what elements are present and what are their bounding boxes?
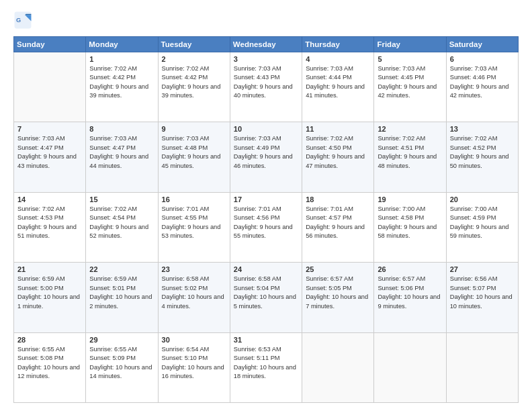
day-info: Sunrise: 6:57 AM Sunset: 5:06 PM Dayligh… [378, 275, 442, 311]
calendar-cell: 3Sunrise: 7:03 AM Sunset: 4:43 PM Daylig… [230, 52, 302, 122]
day-info: Sunrise: 7:02 AM Sunset: 4:42 PM Dayligh… [162, 64, 226, 101]
weekday-monday: Monday [86, 37, 158, 52]
weekday-saturday: Saturday [446, 37, 518, 52]
day-info: Sunrise: 7:03 AM Sunset: 4:47 PM Dayligh… [89, 134, 154, 171]
day-info: Sunrise: 7:03 AM Sunset: 4:44 PM Dayligh… [306, 64, 370, 101]
day-number: 31 [234, 336, 298, 344]
day-number: 3 [234, 55, 298, 63]
day-info: Sunrise: 7:02 AM Sunset: 4:53 PM Dayligh… [17, 205, 82, 241]
day-info: Sunrise: 6:59 AM Sunset: 5:00 PM Dayligh… [17, 275, 82, 311]
day-number: 25 [306, 265, 370, 273]
day-number: 27 [450, 265, 515, 273]
calendar-cell [446, 332, 518, 402]
week-row-2: 14Sunrise: 7:02 AM Sunset: 4:53 PM Dayli… [14, 192, 519, 262]
week-row-3: 21Sunrise: 6:59 AM Sunset: 5:00 PM Dayli… [14, 263, 519, 332]
day-info: Sunrise: 7:02 AM Sunset: 4:50 PM Dayligh… [306, 134, 370, 171]
day-number: 11 [306, 125, 370, 133]
day-number: 6 [450, 55, 515, 63]
day-info: Sunrise: 6:59 AM Sunset: 5:01 PM Dayligh… [89, 275, 154, 311]
calendar-cell [14, 52, 86, 122]
calendar-cell [374, 332, 446, 402]
calendar-cell: 7Sunrise: 7:03 AM Sunset: 4:47 PM Daylig… [14, 122, 86, 192]
day-number: 21 [17, 265, 82, 273]
day-info: Sunrise: 7:02 AM Sunset: 4:42 PM Dayligh… [89, 64, 154, 101]
day-info: Sunrise: 6:57 AM Sunset: 5:05 PM Dayligh… [306, 275, 370, 311]
weekday-header-row: SundayMondayTuesdayWednesdayThursdayFrid… [14, 37, 519, 52]
calendar-cell: 26Sunrise: 6:57 AM Sunset: 5:06 PM Dayli… [374, 263, 446, 332]
calendar-cell: 12Sunrise: 7:02 AM Sunset: 4:51 PM Dayli… [374, 122, 446, 192]
calendar-cell: 2Sunrise: 7:02 AM Sunset: 4:42 PM Daylig… [158, 52, 230, 122]
day-info: Sunrise: 7:03 AM Sunset: 4:47 PM Dayligh… [17, 134, 82, 171]
week-row-0: 1Sunrise: 7:02 AM Sunset: 4:42 PM Daylig… [14, 52, 519, 122]
weekday-tuesday: Tuesday [158, 37, 230, 52]
day-number: 22 [89, 265, 154, 273]
day-info: Sunrise: 7:02 AM Sunset: 4:51 PM Dayligh… [378, 134, 442, 171]
calendar-cell: 14Sunrise: 7:02 AM Sunset: 4:53 PM Dayli… [14, 192, 86, 262]
weekday-thursday: Thursday [302, 37, 374, 52]
calendar-cell: 16Sunrise: 7:01 AM Sunset: 4:55 PM Dayli… [158, 192, 230, 262]
calendar-cell: 22Sunrise: 6:59 AM Sunset: 5:01 PM Dayli… [86, 263, 158, 332]
weekday-sunday: Sunday [14, 37, 86, 52]
day-info: Sunrise: 7:03 AM Sunset: 4:46 PM Dayligh… [450, 64, 515, 101]
calendar-cell: 21Sunrise: 6:59 AM Sunset: 5:00 PM Dayli… [14, 263, 86, 332]
calendar-cell: 18Sunrise: 7:01 AM Sunset: 4:57 PM Dayli… [302, 192, 374, 262]
day-info: Sunrise: 7:03 AM Sunset: 4:43 PM Dayligh… [234, 64, 298, 101]
day-info: Sunrise: 7:00 AM Sunset: 4:59 PM Dayligh… [450, 205, 515, 241]
day-info: Sunrise: 7:03 AM Sunset: 4:49 PM Dayligh… [234, 134, 298, 171]
logo: G [13, 11, 35, 30]
day-info: Sunrise: 7:01 AM Sunset: 4:55 PM Dayligh… [162, 205, 226, 241]
day-number: 5 [378, 55, 442, 63]
day-info: Sunrise: 6:58 AM Sunset: 5:04 PM Dayligh… [234, 275, 298, 311]
calendar-cell: 15Sunrise: 7:02 AM Sunset: 4:54 PM Dayli… [86, 192, 158, 262]
day-info: Sunrise: 6:55 AM Sunset: 5:09 PM Dayligh… [89, 345, 154, 381]
calendar-cell: 20Sunrise: 7:00 AM Sunset: 4:59 PM Dayli… [446, 192, 518, 262]
calendar-cell: 11Sunrise: 7:02 AM Sunset: 4:50 PM Dayli… [302, 122, 374, 192]
day-number: 14 [17, 195, 82, 203]
calendar-cell: 29Sunrise: 6:55 AM Sunset: 5:09 PM Dayli… [86, 332, 158, 402]
calendar-cell: 5Sunrise: 7:03 AM Sunset: 4:45 PM Daylig… [374, 52, 446, 122]
day-number: 24 [234, 265, 298, 273]
week-row-1: 7Sunrise: 7:03 AM Sunset: 4:47 PM Daylig… [14, 122, 519, 192]
day-number: 4 [306, 55, 370, 63]
day-info: Sunrise: 7:01 AM Sunset: 4:56 PM Dayligh… [234, 205, 298, 241]
day-number: 12 [378, 125, 442, 133]
day-info: Sunrise: 7:01 AM Sunset: 4:57 PM Dayligh… [306, 205, 370, 241]
calendar-cell: 31Sunrise: 6:53 AM Sunset: 5:11 PM Dayli… [230, 332, 302, 402]
day-number: 16 [162, 195, 226, 203]
calendar-cell [302, 332, 374, 402]
calendar-cell: 1Sunrise: 7:02 AM Sunset: 4:42 PM Daylig… [86, 52, 158, 122]
day-number: 7 [17, 125, 82, 133]
day-number: 29 [89, 336, 154, 344]
day-info: Sunrise: 7:03 AM Sunset: 4:45 PM Dayligh… [378, 64, 442, 101]
day-number: 30 [162, 336, 226, 344]
calendar-cell: 9Sunrise: 7:03 AM Sunset: 4:48 PM Daylig… [158, 122, 230, 192]
week-row-4: 28Sunrise: 6:55 AM Sunset: 5:08 PM Dayli… [14, 332, 519, 402]
day-number: 19 [378, 195, 442, 203]
day-number: 2 [162, 55, 226, 63]
day-number: 1 [89, 55, 154, 63]
calendar-cell: 6Sunrise: 7:03 AM Sunset: 4:46 PM Daylig… [446, 52, 518, 122]
calendar-cell: 8Sunrise: 7:03 AM Sunset: 4:47 PM Daylig… [86, 122, 158, 192]
day-info: Sunrise: 7:00 AM Sunset: 4:58 PM Dayligh… [378, 205, 442, 241]
calendar-cell: 4Sunrise: 7:03 AM Sunset: 4:44 PM Daylig… [302, 52, 374, 122]
calendar-cell: 27Sunrise: 6:56 AM Sunset: 5:07 PM Dayli… [446, 263, 518, 332]
page: G SundayMondayTuesdayWednesdayThursdayFr… [0, 0, 532, 411]
calendar-cell: 30Sunrise: 6:54 AM Sunset: 5:10 PM Dayli… [158, 332, 230, 402]
calendar-cell: 10Sunrise: 7:03 AM Sunset: 4:49 PM Dayli… [230, 122, 302, 192]
day-number: 28 [17, 336, 82, 344]
day-number: 17 [234, 195, 298, 203]
day-number: 18 [306, 195, 370, 203]
calendar-cell: 25Sunrise: 6:57 AM Sunset: 5:05 PM Dayli… [302, 263, 374, 332]
day-number: 8 [89, 125, 154, 133]
day-number: 20 [450, 195, 515, 203]
svg-marker-3 [25, 14, 31, 15]
day-info: Sunrise: 6:54 AM Sunset: 5:10 PM Dayligh… [162, 345, 226, 381]
calendar-cell: 13Sunrise: 7:02 AM Sunset: 4:52 PM Dayli… [446, 122, 518, 192]
day-number: 13 [450, 125, 515, 133]
day-info: Sunrise: 7:02 AM Sunset: 4:54 PM Dayligh… [89, 205, 154, 241]
day-info: Sunrise: 7:03 AM Sunset: 4:48 PM Dayligh… [162, 134, 226, 171]
weekday-friday: Friday [374, 37, 446, 52]
calendar-table: SundayMondayTuesdayWednesdayThursdayFrid… [13, 36, 519, 403]
calendar-cell: 19Sunrise: 7:00 AM Sunset: 4:58 PM Dayli… [374, 192, 446, 262]
day-number: 10 [234, 125, 298, 133]
